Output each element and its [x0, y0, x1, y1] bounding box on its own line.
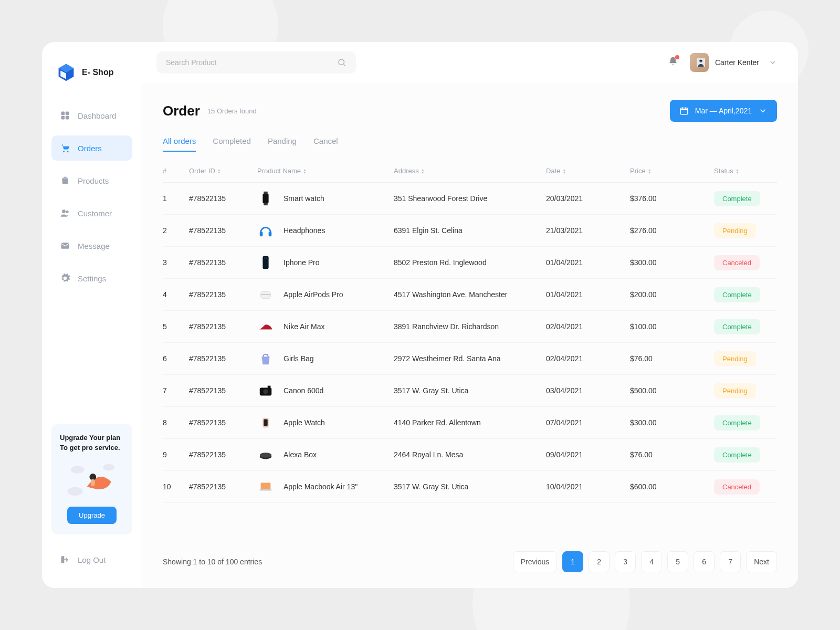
cell-status: Pending: [714, 351, 777, 366]
svg-rect-8: [61, 243, 69, 249]
sidebar-item-dashboard[interactable]: Dashboard: [51, 103, 132, 128]
tab-all-orders[interactable]: All orders: [163, 136, 196, 152]
pagination-next[interactable]: Next: [746, 551, 777, 572]
cell-num: 10: [163, 482, 189, 491]
cell-date: 02/04/2021: [546, 322, 630, 331]
cell-price: $100.00: [630, 322, 714, 331]
svg-point-29: [263, 389, 268, 394]
logout-label: Log Out: [78, 555, 106, 564]
mail-icon: [60, 240, 70, 251]
col-price[interactable]: Price▲▼: [630, 167, 714, 175]
bag-icon: [60, 175, 70, 186]
user-menu[interactable]: Carter Kenter: [690, 53, 777, 72]
status-badge: Pending: [714, 223, 756, 238]
nav: Dashboard Orders Products Customer Messa…: [51, 103, 132, 291]
pagination-page[interactable]: 6: [694, 551, 715, 572]
table-row[interactable]: 10#78522135Apple Macbook Air 13"3517 W. …: [163, 471, 777, 503]
cell-address: 4140 Parker Rd. Allentown: [394, 418, 546, 427]
sidebar-item-products[interactable]: Products: [51, 168, 132, 193]
table-row[interactable]: 1#78522135Smart watch351 Shearwood Fores…: [163, 183, 777, 215]
table-row[interactable]: 2#78522135Headphones6391 Elgin St. Celin…: [163, 215, 777, 247]
pagination-page[interactable]: 2: [589, 551, 610, 572]
svg-rect-32: [264, 419, 268, 426]
col-address[interactable]: Address▲▼: [394, 167, 546, 175]
pagination-page[interactable]: 5: [667, 551, 688, 572]
sidebar-item-customer[interactable]: Customer: [51, 201, 132, 226]
table-row[interactable]: 6#78522135Girls Bag2972 Westheimer Rd. S…: [163, 343, 777, 375]
sidebar-item-message[interactable]: Message: [51, 233, 132, 258]
pagination-page[interactable]: 1: [562, 551, 583, 572]
table-row[interactable]: 8#78522135Apple Watch4140 Parker Rd. All…: [163, 407, 777, 439]
tab-completed[interactable]: Completed: [213, 136, 251, 152]
pagination-page[interactable]: 3: [615, 551, 636, 572]
table-row[interactable]: 4#78522135Apple AirPods Pro4517 Washingt…: [163, 279, 777, 311]
col-num[interactable]: #: [163, 167, 189, 175]
notifications-button[interactable]: [668, 56, 678, 69]
tab-pending[interactable]: Panding: [268, 136, 297, 152]
product-thumb-icon: [257, 446, 274, 463]
logo[interactable]: E- Shop: [51, 63, 132, 82]
pager: Previous 1234567 Next: [513, 551, 777, 572]
cell-order-id: #78522135: [189, 226, 257, 235]
status-badge: Complete: [714, 287, 760, 302]
cell-order-id: #78522135: [189, 418, 257, 427]
cell-order-id: #78522135: [189, 482, 257, 491]
upgrade-card: Upgrade Your plan To get pro service. Up…: [51, 424, 132, 534]
app-window: E- Shop Dashboard Orders Products Custom…: [42, 42, 798, 588]
cell-price: $76.00: [630, 354, 714, 363]
upgrade-button[interactable]: Upgrade: [67, 507, 117, 524]
cell-product: Iphone Pro: [257, 254, 394, 271]
sort-icon: ▲▼: [648, 169, 652, 174]
cell-product: Apple Watch: [257, 414, 394, 431]
svg-rect-20: [264, 203, 268, 205]
svg-point-4: [63, 151, 65, 152]
sidebar-item-label: Settings: [78, 274, 106, 283]
svg-point-24: [264, 257, 266, 259]
table-row[interactable]: 7#78522135Canon 600d3517 W. Gray St. Uti…: [163, 375, 777, 407]
search-input[interactable]: [166, 58, 332, 67]
svg-rect-1: [66, 112, 69, 116]
cell-date: 01/04/2021: [546, 290, 630, 299]
pagination-page[interactable]: 4: [641, 551, 662, 572]
cell-product: Nike Air Max: [257, 318, 394, 335]
cell-price: $76.00: [630, 450, 714, 459]
svg-point-25: [266, 257, 267, 259]
logout[interactable]: Log Out: [51, 547, 132, 572]
product-thumb-icon: [257, 350, 274, 367]
cell-address: 3517 W. Gray St. Utica: [394, 482, 546, 491]
date-range-label: Mar — April,2021: [695, 107, 752, 115]
col-product[interactable]: Product Name▲▼: [257, 167, 394, 175]
search-box[interactable]: [156, 51, 356, 74]
product-thumb-icon: [257, 286, 274, 303]
cell-product: Apple AirPods Pro: [257, 286, 394, 303]
table-row[interactable]: 9#78522135Alexa Box2464 Royal Ln. Mesa09…: [163, 439, 777, 471]
cell-price: $600.00: [630, 482, 714, 491]
status-badge: Pending: [714, 383, 756, 398]
table-row[interactable]: 5#78522135Nike Air Max3891 Ranchview Dr.…: [163, 311, 777, 343]
svg-point-5: [67, 151, 69, 152]
cell-price: $300.00: [630, 418, 714, 427]
cell-num: 1: [163, 194, 189, 203]
svg-rect-23: [262, 256, 268, 269]
date-range-picker[interactable]: Mar — April,2021: [670, 100, 777, 122]
svg-rect-0: [61, 112, 65, 116]
cell-price: $276.00: [630, 226, 714, 235]
table-row[interactable]: 3#78522135Iphone Pro8502 Preston Rd. Ing…: [163, 247, 777, 279]
sidebar-item-label: Message: [78, 242, 110, 250]
col-status[interactable]: Status▲▼: [714, 167, 777, 175]
sidebar-item-settings[interactable]: Settings: [51, 266, 132, 291]
users-icon: [60, 208, 70, 218]
sidebar-item-orders[interactable]: Orders: [51, 135, 132, 161]
upgrade-text: Upgrade Your plan To get pro service.: [60, 433, 124, 453]
cell-date: 07/04/2021: [546, 418, 630, 427]
pagination-page[interactable]: 7: [720, 551, 741, 572]
svg-rect-18: [262, 194, 268, 204]
chevron-down-icon: [758, 106, 768, 116]
notification-dot-icon: [675, 55, 679, 59]
col-order-id[interactable]: Order ID▲▼: [189, 167, 257, 175]
pagination-prev[interactable]: Previous: [513, 551, 557, 572]
tab-cancel[interactable]: Cancel: [313, 136, 338, 152]
sort-icon: ▲▼: [736, 169, 739, 174]
cell-product: Apple Macbook Air 13": [257, 478, 394, 495]
col-date[interactable]: Date▲▼: [546, 167, 630, 175]
